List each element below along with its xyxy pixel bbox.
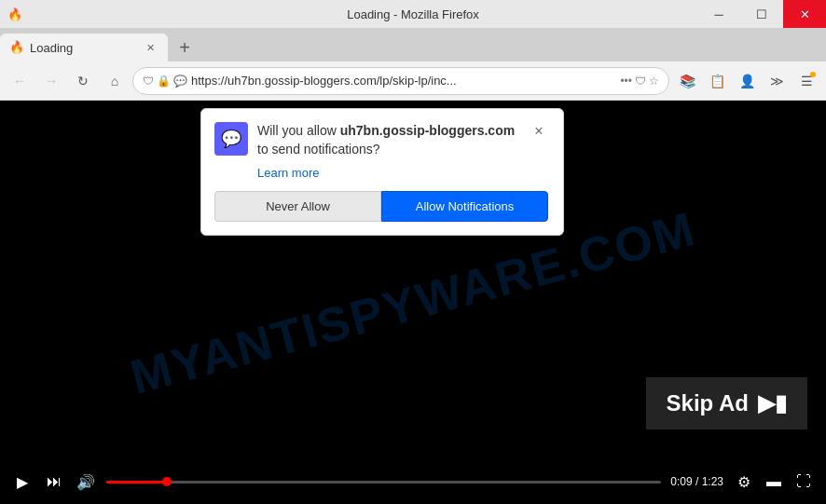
popup-close-button[interactable]: × — [530, 122, 548, 141]
new-tab-button[interactable]: + — [168, 34, 201, 61]
content-area: MYANTISPYWARE.COM Skip Ad ▶▮ 💬 Will you … — [0, 101, 826, 504]
vc-right-controls: ⚙ ▬ ⛶ — [733, 470, 815, 493]
account-button[interactable]: 👤 — [733, 67, 761, 95]
next-button[interactable]: ⏭ — [43, 470, 65, 493]
fullscreen-button[interactable]: ⛶ — [792, 470, 815, 493]
tab-label: Loading — [30, 41, 136, 55]
time-display: 0:09 / 1:23 — [670, 475, 723, 488]
navbar: ← → ↻ ⌂ 🛡 🔒 💬 https://uh7bn.gossip-blogg… — [0, 61, 826, 101]
settings-button[interactable]: ⚙ — [733, 470, 755, 493]
progress-knob — [162, 477, 172, 486]
tab-close-button[interactable]: ✕ — [142, 39, 158, 56]
progress-fill — [106, 481, 167, 484]
allow-notifications-button[interactable]: Allow Notifications — [381, 191, 548, 222]
learn-more-link[interactable]: Learn more — [257, 166, 548, 180]
theater-button[interactable]: ▬ — [763, 470, 785, 493]
shield-icon: 🛡 — [143, 75, 154, 88]
popup-text-prefix: Will you allow — [257, 123, 340, 138]
tabbar: 🔥 Loading ✕ + — [0, 28, 826, 61]
back-button[interactable]: ← — [6, 67, 34, 95]
urlbar-security-icons: 🛡 🔒 💬 — [143, 75, 187, 88]
active-tab[interactable]: 🔥 Loading ✕ — [0, 34, 168, 61]
skip-ad-label: Skip Ad — [667, 390, 749, 416]
titlebar: 🔥 Loading - Mozilla Firefox ─ ☐ ✕ — [0, 0, 826, 28]
extensions-button[interactable]: ≫ — [763, 67, 791, 95]
nav-right-buttons: 📚 📋 👤 ≫ ☰ — [673, 67, 820, 95]
notification-popup: 💬 Will you allow uh7bn.gossip-bloggers.c… — [200, 108, 564, 236]
synced-tabs-button[interactable]: 📋 — [703, 67, 731, 95]
window-controls: ─ ☐ ✕ — [697, 0, 826, 28]
bookmark-shield-icon[interactable]: 🛡 — [635, 75, 646, 88]
skip-ad-icon: ▶▮ — [758, 390, 787, 416]
play-button[interactable]: ▶ — [11, 470, 34, 493]
progress-bar[interactable] — [106, 481, 661, 484]
reload-button[interactable]: ↻ — [69, 67, 97, 95]
video-controls: ▶ ⏭ 🔊 0:09 / 1:23 ⚙ ▬ ⛶ — [0, 459, 826, 504]
popup-header: 💬 Will you allow uh7bn.gossip-bloggers.c… — [214, 122, 548, 158]
restore-button[interactable]: ☐ — [740, 0, 783, 28]
library-button[interactable]: 📚 — [673, 67, 701, 95]
more-icon[interactable]: ••• — [620, 75, 632, 88]
popup-domain: uh7bn.gossip-bloggers.com — [340, 123, 515, 138]
firefox-icon: 🔥 — [7, 7, 22, 21]
never-allow-button[interactable]: Never Allow — [214, 191, 381, 222]
skip-ad-button[interactable]: Skip Ad ▶▮ — [646, 377, 807, 429]
camera-icon: 💬 — [173, 75, 187, 88]
tab-favicon: 🔥 — [9, 40, 24, 55]
notification-icon: 💬 — [214, 122, 248, 156]
minimize-button[interactable]: ─ — [697, 0, 740, 28]
close-button[interactable]: ✕ — [783, 0, 826, 28]
menu-button[interactable]: ☰ — [792, 67, 820, 95]
urlbar-right-icons: ••• 🛡 ☆ — [620, 75, 659, 88]
window-title: Loading - Mozilla Firefox — [347, 7, 479, 21]
url-text: https://uh7bn.gossip-bloggers.com/lp/ski… — [191, 74, 616, 88]
star-icon[interactable]: ☆ — [649, 75, 659, 88]
lock-icon: 🔒 — [157, 75, 171, 88]
popup-text-suffix: to send notifications? — [257, 142, 380, 157]
url-bar[interactable]: 🛡 🔒 💬 https://uh7bn.gossip-bloggers.com/… — [132, 67, 669, 95]
volume-button[interactable]: 🔊 — [75, 470, 97, 493]
popup-buttons: Never Allow Allow Notifications — [214, 191, 548, 222]
popup-message: Will you allow uh7bn.gossip-bloggers.com… — [257, 122, 520, 158]
forward-button[interactable]: → — [37, 67, 65, 95]
home-button[interactable]: ⌂ — [101, 67, 129, 95]
